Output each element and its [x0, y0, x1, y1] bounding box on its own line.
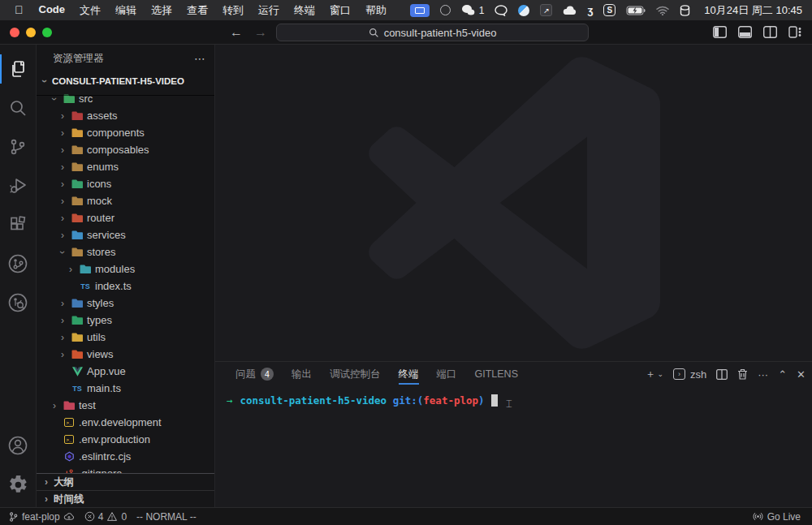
battery-icon[interactable] [626, 4, 646, 17]
editor-area[interactable] [215, 45, 812, 361]
panel-tab-端口[interactable]: 端口 [428, 362, 466, 386]
go-live-button[interactable]: Go Live [753, 511, 801, 523]
gitlens-icon[interactable] [0, 244, 37, 283]
tree-folder-types[interactable]: ›types [37, 312, 214, 329]
menu-7[interactable]: 终端 [287, 3, 322, 18]
tree-folder-styles[interactable]: ›styles [37, 295, 214, 312]
stats-app-icon[interactable] [680, 4, 690, 17]
customize-layout-icon[interactable] [788, 26, 802, 38]
vim-mode-indicator[interactable]: -- NORMAL -- [136, 511, 197, 523]
project-root-header[interactable]: › CONSULT-PATIENT-H5-VIDEO [37, 72, 214, 90]
search-icon[interactable] [0, 88, 37, 127]
menu-6[interactable]: 运行 [251, 3, 287, 18]
close-window-button[interactable] [10, 28, 19, 37]
screen-sharing-icon[interactable] [410, 4, 430, 17]
cloud-icon[interactable] [563, 4, 577, 17]
tree-file-env-production[interactable]: >_.env.production [37, 431, 214, 448]
tree-item-label: assets [87, 110, 118, 122]
accounts-icon[interactable] [0, 426, 37, 465]
screenshot-app-icon[interactable]: ↗ [540, 4, 552, 16]
zoom-window-button[interactable] [42, 28, 52, 37]
menu-9[interactable]: 帮助 [358, 3, 394, 18]
tree-folder-utils[interactable]: ›utils [37, 329, 214, 346]
panel-tab-终端[interactable]: 终端 [390, 362, 428, 386]
sidebar-more-actions-icon[interactable]: ⋯ [194, 52, 206, 65]
circle-status-icon[interactable] [440, 5, 451, 15]
source-control-icon[interactable] [0, 127, 37, 166]
panel-tab-调试控制台[interactable]: 调试控制台 [321, 362, 390, 386]
wifi-icon[interactable] [656, 4, 669, 17]
folder-icon [71, 178, 84, 191]
go-forward-button[interactable]: → [254, 25, 267, 40]
browser-icon[interactable] [518, 5, 529, 16]
tree-folder-composables[interactable]: ›composables [37, 141, 214, 158]
tree-folder-icons[interactable]: ›icons [37, 175, 214, 192]
tree-folder-test[interactable]: ›test [37, 397, 214, 414]
wechat-icon[interactable] [461, 4, 475, 17]
outline-section[interactable]: › 大纲 [37, 473, 214, 490]
terminal-content[interactable]: →consult-patient-h5-video git:(feat-plop… [215, 386, 812, 507]
panel-tab-输出[interactable]: 输出 [283, 362, 321, 386]
close-panel-icon[interactable]: ✕ [797, 368, 806, 381]
chat-bubble-icon[interactable] [495, 4, 508, 17]
menu-app[interactable]: Code [32, 3, 73, 18]
chevron-right-icon: › [58, 179, 67, 190]
gitlens-inspect-icon[interactable] [0, 283, 37, 322]
maximize-panel-icon[interactable]: ⌃ [778, 368, 787, 381]
tree-folder-router[interactable]: ›router [37, 209, 214, 226]
git-branch-status[interactable]: feat-plop [8, 511, 75, 523]
problems-status[interactable]: 4 0 [84, 511, 127, 523]
tree-folder-services[interactable]: ›services [37, 226, 214, 243]
extensions-icon[interactable] [0, 205, 37, 244]
split-terminal-icon[interactable] [716, 369, 728, 380]
tree-file-App-vue[interactable]: App.vue [37, 363, 214, 380]
timeline-section[interactable]: › 时间线 [37, 490, 214, 507]
tree-file-eslintrc-cjs[interactable]: .eslintrc.cjs [37, 448, 214, 465]
new-terminal-button[interactable]: ＋⌄ [645, 367, 663, 381]
tree-folder-mock[interactable]: ›mock [37, 192, 214, 209]
menu-3[interactable]: 选择 [144, 3, 179, 18]
go-back-button[interactable]: ← [230, 25, 243, 40]
explorer-icon[interactable] [0, 49, 37, 88]
panel-tab-问题[interactable]: 问题4 [227, 362, 283, 386]
tree-folder-views[interactable]: ›views [37, 346, 214, 363]
kill-terminal-icon[interactable] [737, 368, 748, 380]
menu-8[interactable]: 窗口 [322, 3, 358, 18]
panel-more-actions-icon[interactable]: ··· [758, 368, 768, 381]
toggle-secondary-sidebar-icon[interactable] [763, 26, 777, 38]
tree-file-index-ts[interactable]: TSindex.ts [37, 278, 214, 295]
panel-tab-label: 终端 [399, 368, 419, 381]
run-debug-icon[interactable] [0, 166, 37, 205]
command-center-search[interactable]: consult-patient-h5-video [276, 24, 589, 41]
tree-folder-assets[interactable]: ›assets [37, 107, 214, 124]
tree-folder-modules[interactable]: ›modules [37, 260, 214, 278]
menu-4[interactable]: 查看 [179, 3, 215, 18]
tree-item-label: modules [95, 263, 135, 275]
tree-item-label: composables [87, 144, 149, 156]
menu-2[interactable]: 编辑 [108, 3, 144, 18]
panel-tab-GITLENS[interactable]: GITLENS [466, 362, 528, 386]
ziz-app-icon[interactable]: ʒ [587, 4, 593, 17]
toggle-panel-icon[interactable] [738, 26, 752, 38]
toggle-sidebar-icon[interactable] [713, 26, 727, 38]
menu-5[interactable]: 转到 [215, 3, 251, 18]
tree-folder-components[interactable]: ›components [37, 124, 214, 141]
tree-folder-stores[interactable]: ›stores [37, 243, 214, 260]
tree-folder-enums[interactable]: ›enums [37, 158, 214, 175]
ts-file-icon: TS [79, 280, 92, 293]
menu-items: Code文件编辑选择查看转到运行终端窗口帮助 [32, 3, 395, 18]
minimize-window-button[interactable] [26, 28, 36, 37]
settings-gear-icon[interactable] [0, 465, 37, 504]
tree-item-label: views [87, 348, 114, 360]
tree-file-main-ts[interactable]: TSmain.ts [37, 380, 214, 397]
terminal-instance[interactable]: ›zsh [673, 368, 706, 381]
menubar-datetime[interactable]: 10月24日 周二 10:45 [704, 3, 802, 18]
tree-file-gitignore[interactable]: .gitignore [37, 465, 214, 473]
tree-folder-src[interactable]: ›src [37, 90, 214, 107]
folder-icon [71, 144, 84, 157]
s-app-icon[interactable]: S [603, 4, 615, 16]
tree-file-env-development[interactable]: >_.env.development [37, 414, 214, 431]
menu-1[interactable]: 文件 [72, 3, 108, 18]
tree-item-label: main.ts [87, 382, 121, 394]
apple-menu-icon[interactable]:  [15, 3, 24, 16]
